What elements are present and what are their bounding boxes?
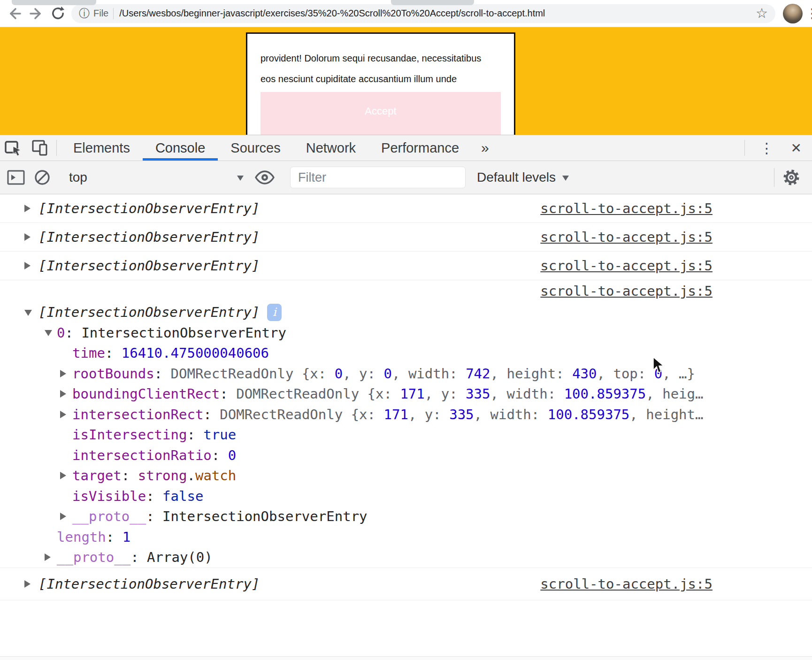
expand-arrow-icon[interactable] bbox=[45, 553, 51, 561]
more-tabs-button[interactable]: » bbox=[472, 135, 498, 161]
filter-input[interactable] bbox=[290, 167, 466, 188]
mouse-cursor bbox=[652, 357, 665, 376]
tab-elements[interactable]: Elements bbox=[61, 135, 143, 161]
back-button[interactable] bbox=[4, 3, 25, 24]
text: : bbox=[154, 366, 171, 382]
info-badge[interactable]: i bbox=[267, 304, 282, 321]
value-number: 171 bbox=[383, 407, 408, 422]
value-number: 171 bbox=[400, 386, 424, 402]
devtools-menu-icon[interactable]: ⋮ bbox=[749, 140, 785, 156]
browser-tab-remnant bbox=[12, 0, 96, 5]
tab-performance[interactable]: Performance bbox=[368, 135, 472, 161]
property-name: isVisible bbox=[72, 488, 146, 504]
console-sidebar-icon bbox=[7, 169, 25, 185]
object-preview: , heig… bbox=[646, 386, 703, 402]
object-preview: DOMRectReadOnly {x: bbox=[220, 407, 383, 422]
arrow-slot bbox=[60, 472, 72, 479]
object-property-row: __proto__: Array(0) bbox=[0, 547, 812, 568]
object-property-row: rootBounds: DOMRectReadOnly {x: 0, y: 0,… bbox=[0, 363, 812, 384]
reload-button[interactable] bbox=[47, 3, 69, 24]
text: : bbox=[220, 386, 236, 402]
object-property-row: intersectionRatio: 0 bbox=[0, 445, 812, 466]
expand-arrow-icon[interactable] bbox=[60, 472, 66, 479]
devtools-panel: Elements Console Sources Network Perform… bbox=[0, 135, 812, 660]
tab-label: Console bbox=[155, 140, 205, 156]
expand-arrow-icon[interactable] bbox=[60, 513, 66, 520]
tab-label: Sources bbox=[230, 140, 280, 156]
log-levels-selector[interactable]: Default levels bbox=[477, 170, 569, 185]
console-bottom-strip bbox=[0, 656, 812, 660]
avatar[interactable] bbox=[783, 4, 803, 23]
arrow-slot bbox=[60, 411, 72, 418]
tab-sources[interactable]: Sources bbox=[218, 135, 293, 161]
expand-arrow-icon[interactable] bbox=[60, 411, 66, 418]
divider bbox=[113, 8, 114, 19]
close-devtools-icon[interactable]: ✕ bbox=[785, 140, 807, 156]
divider bbox=[56, 140, 57, 156]
tab-network[interactable]: Network bbox=[293, 135, 368, 161]
url-bar[interactable]: ⓘ File /Users/wesbos/beginner-javascript… bbox=[71, 4, 775, 23]
value-number: 0 bbox=[335, 366, 343, 382]
text: : bbox=[122, 468, 138, 483]
expand-arrow-icon[interactable] bbox=[24, 233, 31, 241]
collapse-arrow-icon[interactable] bbox=[24, 310, 32, 316]
reload-icon bbox=[50, 6, 66, 21]
property-name-dim: __proto__ bbox=[57, 549, 130, 565]
source-location-link[interactable]: scroll-to-accept.js:5 bbox=[540, 576, 712, 592]
forward-arrow-icon bbox=[28, 6, 44, 22]
console-log-entry: scroll-to-accept.js:5 bbox=[0, 280, 812, 302]
object-property-row: isVisible: false bbox=[0, 486, 812, 507]
forward-button[interactable] bbox=[25, 3, 47, 24]
object-preview: DOMRectReadOnly {x: bbox=[236, 386, 400, 402]
property-name: 0 bbox=[57, 325, 65, 341]
expand-arrow-icon[interactable] bbox=[60, 370, 66, 377]
javascript-context-selector[interactable]: top bbox=[69, 170, 244, 185]
tab-label: Performance bbox=[381, 140, 459, 156]
console-sidebar-toggle[interactable] bbox=[3, 169, 29, 185]
expand-arrow-icon[interactable] bbox=[24, 205, 31, 212]
page-content: provident! Dolorum sequi recusandae, nec… bbox=[0, 27, 812, 135]
source-location-link[interactable]: scroll-to-accept.js:5 bbox=[540, 200, 712, 216]
value-number: 100.859375 bbox=[564, 386, 646, 402]
console-log-entry: [IntersectionObserverEntry]scroll-to-acc… bbox=[0, 223, 812, 252]
text: : Array(0) bbox=[130, 549, 213, 565]
console-toolbar: top Default levels bbox=[0, 161, 812, 194]
expanded-log-entry-header: [IntersectionObserverEntry]i bbox=[0, 302, 812, 322]
back-arrow-icon bbox=[7, 6, 23, 22]
value-number: 0 bbox=[384, 366, 392, 382]
source-location-link[interactable]: scroll-to-accept.js:5 bbox=[540, 229, 712, 245]
devtools-window-controls: ⋮ ✕ bbox=[741, 135, 812, 161]
tab-console[interactable]: Console bbox=[143, 135, 218, 161]
accept-button[interactable]: Accept bbox=[260, 92, 501, 135]
collapse-arrow-icon[interactable] bbox=[45, 330, 52, 336]
chevron-down-icon bbox=[562, 176, 569, 181]
value-number: 0 bbox=[228, 447, 236, 463]
source-location-link[interactable]: scroll-to-accept.js:5 bbox=[540, 283, 712, 299]
property-name: rootBounds bbox=[72, 366, 154, 382]
context-label: top bbox=[69, 170, 87, 185]
console-settings-group bbox=[770, 163, 812, 192]
divider bbox=[744, 140, 745, 156]
arrow-slot bbox=[24, 580, 38, 588]
console-settings-button[interactable] bbox=[778, 168, 804, 187]
inspect-element-button[interactable] bbox=[0, 135, 26, 161]
console-log-entry: [IntersectionObserverEntry]scroll-to-acc… bbox=[0, 568, 812, 600]
gear-icon bbox=[781, 168, 801, 187]
bookmark-star-icon[interactable]: ☆ bbox=[756, 7, 768, 20]
arrow-slot bbox=[24, 262, 38, 269]
expand-arrow-icon[interactable] bbox=[60, 390, 66, 398]
live-expression-button[interactable] bbox=[252, 169, 278, 185]
clear-console-button[interactable] bbox=[29, 169, 55, 186]
device-toolbar-button[interactable] bbox=[26, 135, 53, 161]
object-preview: , height… bbox=[629, 407, 703, 422]
browser-menu-icon[interactable]: ⋮ bbox=[805, 6, 812, 21]
arrow-slot bbox=[24, 233, 38, 241]
page-info-icon[interactable]: ⓘ bbox=[79, 6, 90, 21]
expand-arrow-icon[interactable] bbox=[24, 580, 31, 588]
source-location-link[interactable]: scroll-to-accept.js:5 bbox=[540, 258, 712, 274]
clear-console-icon bbox=[33, 169, 51, 186]
value-number: 742 bbox=[466, 366, 490, 382]
expand-arrow-icon[interactable] bbox=[24, 262, 31, 269]
url-text[interactable]: /Users/wesbos/beginner-javascript/exerci… bbox=[119, 8, 750, 19]
object-property-row: time: 16410.475000040606 bbox=[0, 343, 812, 364]
